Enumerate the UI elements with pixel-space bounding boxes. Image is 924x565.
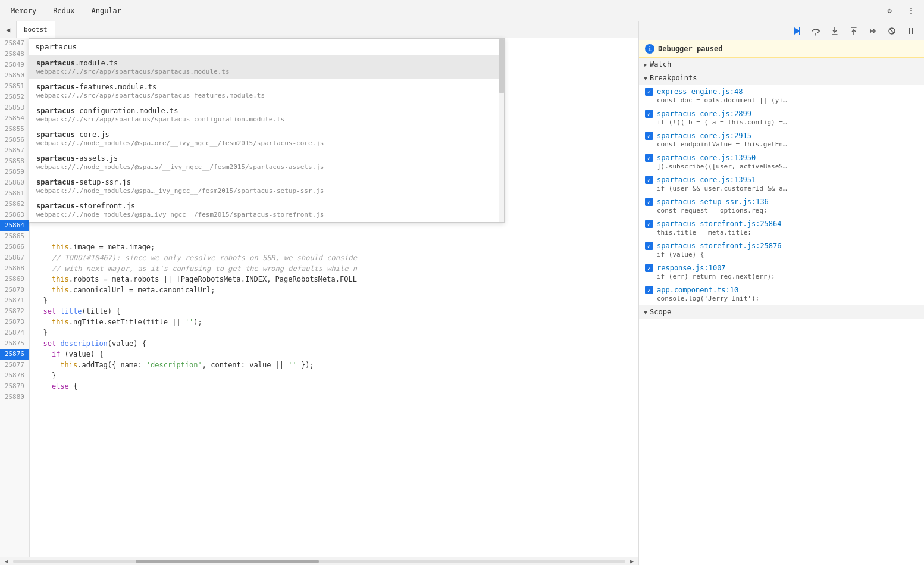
- line-number: 25852: [0, 92, 29, 102]
- breakpoint-checkbox[interactable]: ✓: [645, 110, 653, 118]
- autocomplete-item[interactable]: spartacus-storefront.jswebpack://./node_…: [29, 198, 504, 222]
- line-number: 25870: [0, 285, 29, 295]
- step-button[interactable]: [865, 23, 881, 39]
- breakpoints-list: ✓express-engine.js:48const doc = opts.do…: [639, 85, 924, 305]
- breakpoint-item[interactable]: ✓spartacus-core.js:2899if (!((_b = (_a =…: [639, 107, 924, 129]
- tab-redux[interactable]: Redux: [47, 0, 80, 21]
- breakpoint-header: ✓spartacus-storefront.js:25864: [645, 220, 918, 228]
- line-number: 25863: [0, 210, 29, 220]
- breakpoint-header: ✓spartacus-setup-ssr.js:136: [645, 198, 918, 206]
- line-number: 25856: [0, 135, 29, 145]
- scroll-right-arrow[interactable]: ▶: [628, 557, 636, 566]
- file-tab-bootstrap[interactable]: bootst: [17, 21, 55, 38]
- autocomplete-item[interactable]: spartacus-configuration.module.tswebpack…: [29, 103, 504, 127]
- code-line: this.robots = meta.robots || [PageRobots…: [35, 274, 634, 285]
- scroll-left-arrow[interactable]: ◀: [2, 557, 11, 566]
- breakpoints-label: Breakpoints: [650, 74, 697, 82]
- breakpoint-name: express-engine.js:48: [657, 88, 743, 96]
- svg-rect-12: [912, 28, 913, 34]
- breakpoint-item[interactable]: ✓spartacus-core.js:13950]).subscribe(([u…: [639, 151, 924, 173]
- settings-icon[interactable]: ⚙: [881, 2, 898, 19]
- autocomplete-scrollbar-thumb: [499, 39, 504, 93]
- breakpoint-header: ✓spartacus-core.js:2899: [645, 110, 918, 118]
- scope-label: Scope: [650, 308, 671, 316]
- more-menu-icon[interactable]: ⋮: [903, 2, 919, 19]
- watch-section-header[interactable]: ▶ Watch: [639, 58, 924, 71]
- line-number: 25848: [0, 49, 29, 60]
- line-number: 25872: [0, 306, 29, 317]
- step-into-button[interactable]: [826, 23, 843, 39]
- info-icon: i: [645, 44, 654, 54]
- breakpoint-header: ✓app.component.ts:10: [645, 286, 918, 294]
- line-number: 25876: [0, 349, 29, 360]
- autocomplete-item-path: webpack://./node_modules/@spa…_ivy_ngcc_…: [36, 187, 497, 195]
- breakpoint-item[interactable]: ✓spartacus-setup-ssr.js:136const request…: [639, 195, 924, 217]
- breakpoint-item[interactable]: ✓spartacus-storefront.js:25864this.title…: [639, 217, 924, 239]
- line-number: 25847: [0, 38, 29, 49]
- breakpoint-checkbox[interactable]: ✓: [645, 88, 653, 96]
- autocomplete-item[interactable]: spartacus-setup-ssr.jswebpack://./node_m…: [29, 174, 504, 198]
- breakpoint-item[interactable]: ✓app.component.ts:10console.log('Jerry I…: [639, 283, 924, 305]
- autocomplete-dropdown[interactable]: spartacus spartacus.module.tswebpack://.…: [29, 38, 505, 223]
- breakpoint-checkbox[interactable]: ✓: [645, 220, 653, 228]
- line-number: 25849: [0, 60, 29, 70]
- breakpoint-checkbox[interactable]: ✓: [645, 286, 653, 294]
- pause-button[interactable]: [903, 23, 919, 39]
- code-line: // with next major, as it's confusing to…: [35, 263, 634, 274]
- autocomplete-item[interactable]: spartacus.module.tswebpack://./src/app/s…: [29, 55, 504, 79]
- scope-section-header[interactable]: ▼ Scope: [639, 305, 924, 319]
- line-number: 25873: [0, 317, 29, 327]
- code-line: [35, 392, 634, 402]
- right-panel-scroll[interactable]: ▶ Watch ▼ Breakpoints ✓express-engine.js…: [639, 58, 924, 565]
- breakpoint-checkbox[interactable]: ✓: [645, 242, 653, 250]
- code-line: set description(value) {: [35, 338, 634, 349]
- breakpoint-checkbox[interactable]: ✓: [645, 176, 653, 184]
- step-out-button[interactable]: [845, 23, 862, 39]
- right-panel: i Debugger paused ▶ Watch ▼ Breakpoints …: [638, 21, 924, 565]
- scroll-track[interactable]: [13, 560, 625, 563]
- line-number: 25859: [0, 167, 29, 177]
- line-number: 25854: [0, 113, 29, 124]
- code-line: if (value) {: [35, 349, 634, 360]
- autocomplete-item[interactable]: spartacus-features.module.tswebpack://./…: [29, 79, 504, 103]
- line-number: 25864: [0, 220, 29, 231]
- line-number: 25861: [0, 188, 29, 199]
- top-toolbar: Memory Redux Angular ⚙ ⋮: [0, 0, 924, 21]
- breakpoint-item[interactable]: ✓express-engine.js:48const doc = opts.do…: [639, 85, 924, 107]
- breakpoint-code: if (err) return req.next(err);: [645, 273, 918, 280]
- code-line: this.addTag({ name: 'description', conte…: [35, 360, 634, 370]
- autocomplete-item-name: spartacus-features.module.ts: [36, 83, 497, 91]
- code-line: this.canonicalUrl = meta.canonicalUrl;: [35, 285, 634, 295]
- autocomplete-item[interactable]: spartacus-core.jswebpack://./node_module…: [29, 127, 504, 151]
- line-number: 25878: [0, 370, 29, 381]
- breakpoint-checkbox[interactable]: ✓: [645, 132, 653, 140]
- breakpoints-section-header[interactable]: ▼ Breakpoints: [639, 71, 924, 85]
- autocomplete-item-path: webpack://./node_modules/@spa…ivy_ngcc__…: [36, 211, 497, 218]
- line-number: 25850: [0, 70, 29, 81]
- tab-memory[interactable]: Memory: [5, 0, 42, 21]
- code-horizontal-scrollbar[interactable]: ◀ ▶: [0, 557, 638, 565]
- breakpoint-item[interactable]: ✓spartacus-storefront.js:25876if (value)…: [639, 239, 924, 261]
- breakpoint-name: spartacus-core.js:2899: [657, 110, 751, 118]
- breakpoint-checkbox[interactable]: ✓: [645, 264, 653, 272]
- breakpoint-checkbox[interactable]: ✓: [645, 198, 653, 206]
- breakpoint-code: const doc = opts.document || (yi…: [645, 96, 918, 104]
- line-numbers: 2584725848258492585025851258522585325854…: [0, 38, 30, 557]
- autocomplete-item-path: webpack://./src/app/spartacus/spartacus-…: [36, 116, 497, 123]
- breakpoint-item[interactable]: ✓spartacus-core.js:13951if (user && user…: [639, 173, 924, 195]
- file-tab-arrow-left[interactable]: ◀: [0, 21, 17, 38]
- resume-button[interactable]: [788, 23, 805, 39]
- autocomplete-scrollbar[interactable]: [499, 39, 504, 222]
- debugger-paused-text: Debugger paused: [658, 45, 722, 53]
- line-number: 25875: [0, 338, 29, 349]
- step-over-button[interactable]: [807, 23, 824, 39]
- breakpoint-item[interactable]: ✓response.js:1007if (err) return req.nex…: [639, 261, 924, 283]
- breakpoint-checkbox[interactable]: ✓: [645, 154, 653, 162]
- code-line: }: [35, 327, 634, 338]
- tab-angular[interactable]: Angular: [85, 0, 127, 21]
- deactivate-button[interactable]: [884, 23, 900, 39]
- autocomplete-item[interactable]: spartacus-assets.jswebpack://./node_modu…: [29, 151, 504, 174]
- breakpoint-item[interactable]: ✓spartacus-core.js:2915const endpointVal…: [639, 129, 924, 151]
- line-number: 25879: [0, 381, 29, 392]
- breakpoint-header: ✓spartacus-storefront.js:25876: [645, 242, 918, 250]
